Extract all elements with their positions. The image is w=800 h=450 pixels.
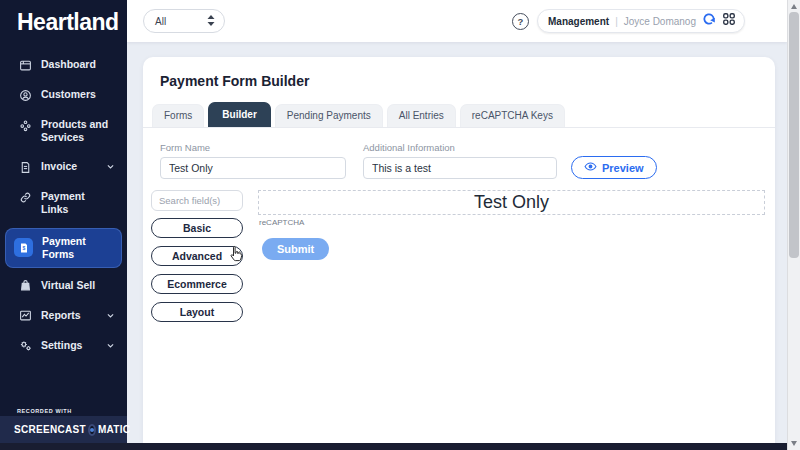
vertical-scrollbar[interactable] — [787, 0, 800, 450]
tab-bar: Forms Builder Pending Payments All Entri… — [143, 102, 775, 128]
watermark-screencastomatic: SCREENCAST MATIC — [0, 416, 127, 443]
products-icon — [18, 118, 32, 132]
topbar: All ? Management | Joyce Domanog — [127, 0, 787, 42]
scrollbar-thumb[interactable] — [789, 12, 799, 258]
form-name-input[interactable] — [160, 157, 346, 179]
apps-grid-icon[interactable] — [722, 12, 736, 30]
sidebar-item-invoice[interactable]: Invoice — [0, 152, 127, 182]
user-name: Joyce Domanog — [624, 16, 696, 27]
sidebar: Heartland Dashboard Customers Products a… — [0, 0, 127, 450]
eye-icon — [584, 160, 597, 175]
payment-forms-icon: $ — [14, 238, 33, 257]
form-name-field-group: Form Name — [160, 142, 346, 179]
location-filter-select[interactable]: All — [143, 9, 225, 33]
basic-group-button[interactable]: Basic — [151, 218, 243, 238]
form-title-text: Test Only — [474, 192, 549, 213]
help-icon: ? — [518, 16, 524, 27]
builder-workspace: Basic Advanced Ecommerce Layout Test Onl… — [143, 181, 775, 330]
watermark-brand-left: SCREENCAST — [14, 424, 86, 435]
chevron-down-icon — [106, 341, 115, 350]
watermark-recorded-with: RECORDED WITH — [17, 408, 72, 414]
advanced-group-button[interactable]: Advanced — [151, 246, 243, 266]
switch-account-icon[interactable] — [702, 12, 716, 30]
app-screen: Heartland Dashboard Customers Products a… — [0, 0, 800, 450]
sidebar-item-label: Dashboard — [41, 58, 96, 71]
sidebar-item-label: Reports — [41, 309, 81, 322]
submit-button[interactable]: Submit — [262, 238, 329, 260]
tab-forms[interactable]: Forms — [152, 104, 204, 127]
preview-button-label: Preview — [602, 162, 644, 174]
sidebar-item-payment-forms[interactable]: $ Payment Forms — [5, 228, 122, 268]
form-meta-row: Form Name Additional Information Preview — [143, 128, 775, 181]
sidebar-item-products-and-services[interactable]: Products and Services — [0, 110, 127, 152]
scroll-up-arrow-icon[interactable] — [791, 4, 797, 9]
sidebar-item-virtual-sell[interactable]: Virtual Sell — [0, 271, 127, 301]
ecommerce-group-button[interactable]: Ecommerce — [151, 274, 243, 294]
chevron-down-icon — [106, 311, 115, 320]
filter-selected-value: All — [155, 16, 166, 27]
tab-recaptcha-keys[interactable]: reCAPTCHA Keys — [460, 104, 565, 127]
invoice-icon — [18, 160, 32, 174]
dashboard-icon — [18, 58, 32, 72]
topbar-right-cluster: ? Management | Joyce Domanog — [512, 9, 745, 33]
sidebar-item-settings[interactable]: Settings — [0, 331, 127, 361]
customers-icon — [18, 88, 32, 102]
select-caret-icon — [207, 15, 215, 28]
sidebar-item-payment-links[interactable]: Payment Links — [0, 182, 127, 224]
reports-icon — [18, 309, 32, 323]
sidebar-nav: Dashboard Customers Products and Service… — [0, 50, 127, 361]
screencastomatic-logo-icon — [88, 424, 96, 436]
additional-info-input[interactable] — [363, 157, 557, 179]
preview-button[interactable]: Preview — [571, 156, 657, 179]
sidebar-item-label: Invoice — [41, 160, 77, 173]
screen-bottom-strip — [0, 443, 800, 450]
heartland-logo: Heartland — [0, 0, 127, 36]
watermark-brand-right: MATIC — [98, 424, 130, 435]
payment-links-icon — [18, 190, 32, 204]
sidebar-item-label: Customers — [41, 88, 96, 101]
form-title-block[interactable]: Test Only — [258, 190, 765, 215]
scroll-down-arrow-icon[interactable] — [791, 441, 797, 446]
sidebar-item-customers[interactable]: Customers — [0, 80, 127, 110]
field-palette: Basic Advanced Ecommerce Layout — [151, 190, 243, 330]
help-button[interactable]: ? — [512, 13, 529, 30]
separator: | — [615, 16, 618, 27]
payment-form-builder-card: Payment Form Builder Forms Builder Pendi… — [143, 57, 775, 443]
sidebar-item-label: Virtual Sell — [41, 279, 95, 292]
sidebar-item-label: Settings — [41, 339, 82, 352]
sidebar-item-label: Payment Forms — [42, 235, 113, 261]
additional-info-label: Additional Information — [363, 142, 557, 153]
additional-info-field-group: Additional Information — [363, 142, 557, 179]
form-canvas: Test Only reCAPTCHA Submit — [258, 190, 765, 260]
sidebar-item-reports[interactable]: Reports — [0, 301, 127, 331]
page-title: Payment Form Builder — [143, 57, 775, 102]
tab-builder[interactable]: Builder — [208, 102, 270, 127]
settings-icon — [18, 339, 32, 353]
account-label: Management — [548, 16, 609, 27]
virtual-sell-icon — [18, 279, 32, 293]
layout-group-button[interactable]: Layout — [151, 302, 243, 322]
recaptcha-label: reCAPTCHA — [259, 218, 765, 227]
tab-all-entries[interactable]: All Entries — [387, 104, 456, 127]
sidebar-item-label: Products and Services — [41, 118, 115, 144]
sidebar-item-dashboard[interactable]: Dashboard — [0, 50, 127, 80]
tab-pending-payments[interactable]: Pending Payments — [275, 104, 383, 127]
user-account-menu[interactable]: Management | Joyce Domanog — [537, 9, 745, 33]
main-area: All ? Management | Joyce Domanog — [127, 0, 800, 450]
svg-text:$: $ — [22, 245, 25, 251]
form-name-label: Form Name — [160, 142, 346, 153]
search-input[interactable] — [151, 190, 243, 211]
sidebar-item-label: Payment Links — [41, 190, 115, 216]
chevron-down-icon — [106, 162, 115, 171]
